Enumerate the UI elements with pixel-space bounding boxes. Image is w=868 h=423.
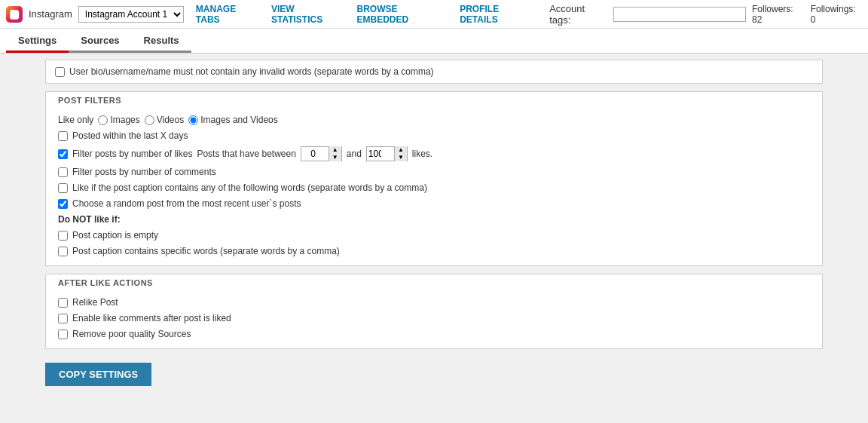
post-caption-specific-label: Post caption contains specific words (se…: [72, 246, 340, 256]
post-caption-specific-row: Post caption contains specific words (se…: [58, 246, 810, 256]
radio-videos-text: Videos: [157, 115, 184, 125]
enable-like-comments-row: Enable like comments after post is liked: [58, 313, 810, 323]
post-filters-inner: Like only Images Videos Images and Video…: [46, 110, 822, 265]
filter-by-likes-row: Filter posts by number of likes Posts th…: [58, 146, 810, 161]
tab-settings[interactable]: Settings: [6, 29, 69, 53]
tab-results[interactable]: Results: [132, 29, 191, 53]
choose-random-post-checkbox[interactable]: [58, 199, 68, 209]
min-likes-down[interactable]: ▼: [329, 154, 341, 161]
filter-by-comments-row: Filter posts by number of comments: [58, 167, 810, 177]
radio-images-and-videos-text: Images and Videos: [200, 115, 278, 125]
account-select[interactable]: Instagram Account 1: [78, 6, 184, 23]
like-only-label: Like only: [58, 115, 93, 125]
filter-by-likes-label: Filter posts by number of likes: [72, 149, 192, 159]
view-statistics-link[interactable]: VIEW STATISTICS: [271, 4, 347, 25]
remove-poor-quality-label: Remove poor quality Sources: [72, 329, 191, 339]
browse-embedded-link[interactable]: BROWSE EMBEDDED: [356, 4, 449, 25]
max-likes-input-wrap: ▲ ▼: [366, 146, 408, 161]
enable-like-comments-label: Enable like comments after post is liked: [72, 313, 231, 323]
post-filters-section: POST FILTERS Like only Images Videos Ima…: [45, 91, 823, 266]
invalid-words-checkbox[interactable]: [55, 67, 65, 77]
radio-images[interactable]: [98, 115, 108, 125]
post-filters-legend: POST FILTERS: [55, 96, 124, 105]
main-content: User bio/username/name must not contain …: [0, 54, 868, 423]
like-if-caption-checkbox[interactable]: [58, 183, 68, 193]
posts-between-label: Posts that have between: [197, 149, 295, 159]
remove-poor-quality-row: Remove poor quality Sources: [58, 329, 810, 339]
after-like-actions-inner: Relike Post Enable like comments after p…: [46, 293, 822, 348]
likes-label: likes.: [412, 149, 432, 159]
max-likes-spinners: ▲ ▼: [394, 146, 407, 161]
enable-like-comments-checkbox[interactable]: [58, 314, 68, 323]
account-tags-input[interactable]: [613, 7, 746, 22]
radio-videos-label[interactable]: Videos: [145, 115, 184, 125]
instagram-label: Instagram: [29, 8, 72, 20]
after-like-actions-legend-bar: AFTER LIKE ACTIONS: [46, 274, 822, 293]
manage-tabs-link[interactable]: MANAGE TABS: [196, 4, 261, 25]
copy-settings-button[interactable]: COPY SETTINGS: [45, 363, 151, 386]
max-likes-down[interactable]: ▼: [395, 154, 407, 161]
like-if-caption-label: Like if the post caption contains any of…: [72, 182, 427, 193]
relike-post-checkbox[interactable]: [58, 298, 68, 308]
radio-images-and-videos-label[interactable]: Images and Videos: [188, 115, 278, 125]
top-nav: MANAGE TABS VIEW STATISTICS BROWSE EMBED…: [196, 4, 537, 25]
posted-within-label: Posted within the last X days: [72, 130, 188, 141]
invalid-words-label: User bio/username/name must not contain …: [69, 66, 434, 77]
remove-poor-quality-checkbox[interactable]: [58, 330, 68, 339]
radio-images-text: Images: [110, 115, 139, 125]
do-not-like-row: Do NOT like if:: [58, 214, 810, 225]
min-likes-input[interactable]: [301, 149, 329, 159]
min-likes-spinners: ▲ ▼: [329, 146, 341, 161]
min-likes-input-wrap: ▲ ▼: [301, 146, 342, 161]
filter-by-likes-checkbox[interactable]: [58, 149, 68, 159]
after-like-actions-legend: AFTER LIKE ACTIONS: [55, 278, 156, 287]
topbar: Instagram Instagram Account 1 MANAGE TAB…: [0, 0, 868, 29]
post-filters-legend-bar: POST FILTERS: [46, 92, 822, 110]
max-likes-up[interactable]: ▲: [395, 146, 407, 154]
relike-post-row: Relike Post: [58, 297, 810, 308]
post-caption-specific-checkbox[interactable]: [58, 247, 68, 256]
relike-post-label: Relike Post: [72, 297, 118, 308]
do-not-like-label: Do NOT like if:: [58, 214, 121, 225]
radio-images-label[interactable]: Images: [98, 115, 139, 125]
top-filter-row: User bio/username/name must not contain …: [45, 60, 823, 84]
followers-count: Followers: 82: [752, 4, 805, 25]
like-only-row: Like only Images Videos Images and Video…: [58, 115, 810, 125]
tab-sources[interactable]: Sources: [69, 29, 131, 53]
choose-random-post-label: Choose a random post from the most recen…: [72, 198, 301, 209]
post-caption-empty-row: Post caption is empty: [58, 230, 810, 241]
followings-count: Followings: 0: [811, 4, 862, 25]
post-caption-empty-checkbox[interactable]: [58, 231, 68, 241]
radio-images-and-videos[interactable]: [188, 115, 198, 125]
tabs-bar: Settings Sources Results: [0, 29, 868, 54]
account-tags-label: Account tags:: [549, 3, 607, 26]
and-label: and: [347, 149, 362, 159]
profile-details-link[interactable]: PROFILE DETAILS: [460, 4, 537, 25]
posted-within-row: Posted within the last X days: [58, 130, 810, 141]
max-likes-input[interactable]: [367, 149, 394, 159]
after-like-actions-section: AFTER LIKE ACTIONS Relike Post Enable li…: [45, 274, 823, 349]
posted-within-checkbox[interactable]: [58, 131, 68, 141]
like-if-caption-row: Like if the post caption contains any of…: [58, 182, 810, 193]
post-caption-empty-label: Post caption is empty: [72, 230, 158, 241]
min-likes-up[interactable]: ▲: [329, 146, 341, 154]
instagram-logo: [6, 6, 23, 23]
filter-by-comments-checkbox[interactable]: [58, 167, 68, 177]
choose-random-post-row: Choose a random post from the most recen…: [58, 198, 810, 209]
filter-by-comments-label: Filter posts by number of comments: [72, 167, 216, 177]
radio-videos[interactable]: [145, 115, 154, 125]
